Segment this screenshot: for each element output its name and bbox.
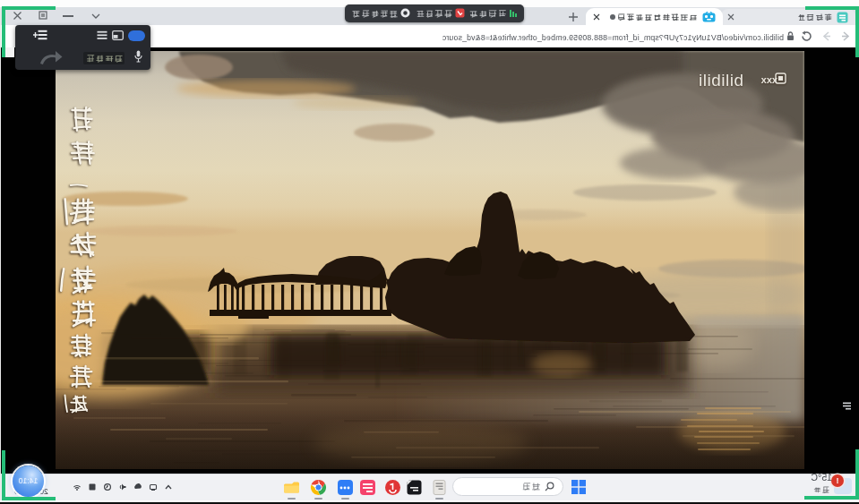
svg-text:bilibili: bilibili bbox=[699, 71, 743, 90]
svg-text:xxx: xxx bbox=[760, 74, 777, 85]
